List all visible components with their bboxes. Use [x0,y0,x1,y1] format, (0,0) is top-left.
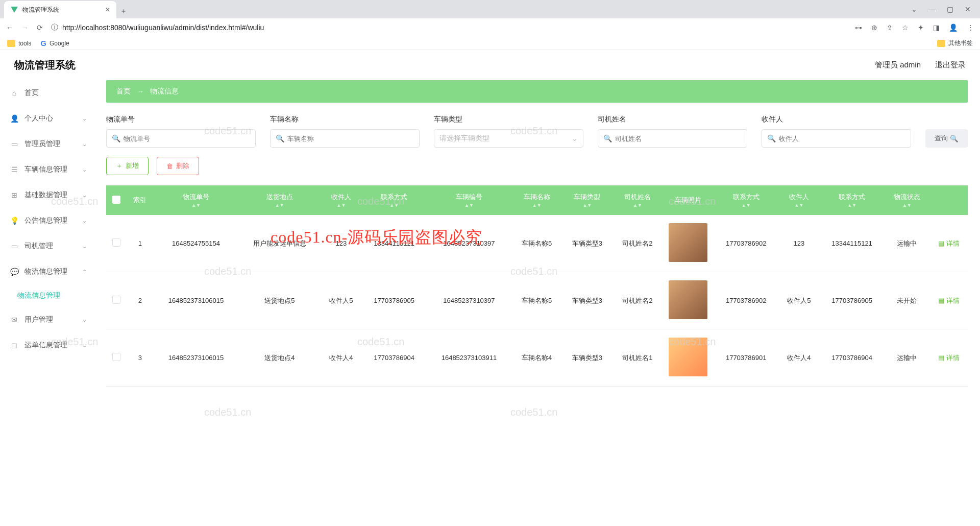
label-recipient: 收件人 [762,115,911,124]
th-driver-name[interactable]: 司机姓名▲▼ [612,185,663,215]
maximize-icon[interactable]: ▢ [947,5,953,13]
url-text: http://localhost:8080/wuliuguanliwu/admi… [62,23,264,32]
new-tab-button[interactable]: ＋ [116,4,131,18]
sort-icon: ▲▼ [781,203,817,208]
grid-icon: ⊞ [10,191,18,199]
th-vehicle-type[interactable]: 车辆类型▲▼ [562,185,612,215]
add-button[interactable]: ＋新增 [106,157,149,175]
user-icon: 👤 [10,114,18,123]
cell-photo [663,215,714,272]
cell-index: 3 [127,329,154,387]
bookmark-star-icon[interactable]: ☆ [902,23,909,32]
th-photo: 车辆照片 [663,185,714,215]
vehicle-photo[interactable] [669,280,707,319]
chevron-down-icon: ⌄ [82,166,87,173]
th-contact3[interactable]: 联系方式▲▼ [820,185,885,215]
bookmark-google[interactable]: GGoogle [40,39,69,47]
bookmark-other[interactable]: 其他书签 [937,39,973,47]
th-vehicle-no[interactable]: 车辆编号▲▼ [427,185,512,215]
th-recipient2[interactable]: 收件人▲▼ [778,185,820,215]
logout-link[interactable]: 退出登录 [935,60,966,70]
admin-icon: ▭ [10,140,18,148]
row-checkbox[interactable] [112,353,120,361]
folder-icon [937,40,945,47]
th-delivery-loc[interactable]: 送货地点▲▼ [238,185,321,215]
vehicle-photo[interactable] [669,338,707,376]
row-checkbox[interactable] [112,238,120,247]
close-icon[interactable]: ✕ [105,6,110,13]
current-user[interactable]: 管理员 admin [875,60,921,70]
input-vehicle-name[interactable]: 🔍 [270,129,420,148]
search-order-no: 物流单号 🔍 [106,115,256,148]
sidebar-item-base-data[interactable]: ⊞基础数据管理⌄ [0,182,97,208]
th-status[interactable]: 物流状态▲▼ [884,185,929,215]
input-driver-name[interactable]: 🔍 [598,129,747,148]
doc-icon: ◻ [10,341,18,349]
cell-contact2: 17703786901 [714,329,778,387]
search-driver-name: 司机姓名 🔍 [598,115,747,148]
sort-icon: ▲▼ [157,203,236,208]
chevron-down-icon[interactable]: ⌄ [911,5,917,13]
sort-icon: ▲▼ [887,203,926,208]
th-recipient[interactable]: 收件人▲▼ [321,185,362,215]
key-icon[interactable]: ⊶ [855,23,862,32]
sidebar-item-personal[interactable]: 👤个人中心⌄ [0,106,97,131]
minimize-icon[interactable]: — [928,5,936,13]
close-window-icon[interactable]: ✕ [965,5,971,13]
cell-recipient2: 收件人4 [778,329,820,387]
cell-contact2: 17703786902 [714,215,778,272]
browser-tab[interactable]: 物流管理系统 ✕ [4,1,116,18]
th-vehicle-name[interactable]: 车辆名称▲▼ [511,185,562,215]
sidebar-item-logistics[interactable]: 💬物流信息管理⌃ [0,259,97,284]
th-contact2[interactable]: 联系方式▲▼ [714,185,778,215]
reload-icon[interactable]: ⟳ [37,23,43,32]
forward-icon[interactable]: → [21,23,29,32]
detail-link[interactable]: ▤详情 [938,239,960,248]
profile-icon[interactable]: 👤 [949,23,958,32]
cell-recipient: 收件人4 [321,329,362,387]
input-order-no[interactable]: 🔍 [106,129,256,148]
url-input[interactable]: ⓘ http://localhost:8080/wuliuguanliwu/ad… [51,20,847,35]
th-order-no[interactable]: 物流单号▲▼ [154,185,239,215]
th-contact1[interactable]: 联系方式▲▼ [362,185,427,215]
chevron-down-icon: ⌄ [82,342,87,349]
input-recipient[interactable]: 🔍 [762,129,911,148]
breadcrumb: 首页 → 物流信息 [106,80,968,103]
share-icon[interactable]: ⇪ [887,23,893,32]
window-controls: ⌄ — ▢ ✕ [902,5,980,13]
select-all-checkbox[interactable] [112,196,120,204]
select-vehicle-type[interactable]: 请选择车辆类型⌄ [434,129,583,148]
extensions-icon[interactable]: ✦ [918,23,924,32]
bookmark-tools[interactable]: tools [7,40,31,47]
cell-photo [663,329,714,387]
bulb-icon: 💡 [10,217,18,225]
detail-link[interactable]: ▤详情 [938,353,960,363]
sort-icon: ▲▼ [324,203,359,208]
sidebar-item-notice[interactable]: 💡公告信息管理⌄ [0,208,97,233]
mail-icon: ✉ [10,316,18,324]
delete-button[interactable]: 🗑删除 [157,157,199,175]
table-row: 3164852373106015送货地点4收件人4177037869041648… [106,329,968,387]
sidebar-item-vehicle-info[interactable]: ☰车辆信息管理⌄ [0,157,97,182]
action-row: ＋新增 🗑删除 [106,157,968,175]
breadcrumb-home[interactable]: 首页 [116,87,131,96]
cell-driver-name: 司机姓名2 [612,272,663,329]
zoom-icon[interactable]: ⊕ [871,23,877,32]
cell-contact3: 17703786904 [820,329,885,387]
sidepanel-icon[interactable]: ◨ [933,23,940,32]
row-checkbox[interactable] [112,296,120,304]
cell-status: 未开始 [884,272,929,329]
sidebar-item-waybill[interactable]: ◻运单信息管理⌄ [0,332,97,358]
sidebar-item-home[interactable]: ⌂首页 [0,80,97,106]
sidebar-item-driver[interactable]: ▭司机管理⌄ [0,233,97,259]
sidebar-subitem-logistics[interactable]: 物流信息管理 [0,284,97,307]
cell-contact3: 13344115121 [820,215,885,272]
back-icon[interactable]: ← [6,23,13,32]
vehicle-photo[interactable] [669,223,707,262]
sidebar-item-user-mgmt[interactable]: ✉用户管理⌄ [0,307,97,332]
menu-icon[interactable]: ⋮ [967,23,974,32]
query-button[interactable]: 查询 🔍 [925,129,968,148]
sidebar-item-admin[interactable]: ▭管理员管理⌄ [0,131,97,157]
detail-link[interactable]: ▤详情 [938,296,960,305]
info-icon[interactable]: ⓘ [51,23,58,32]
